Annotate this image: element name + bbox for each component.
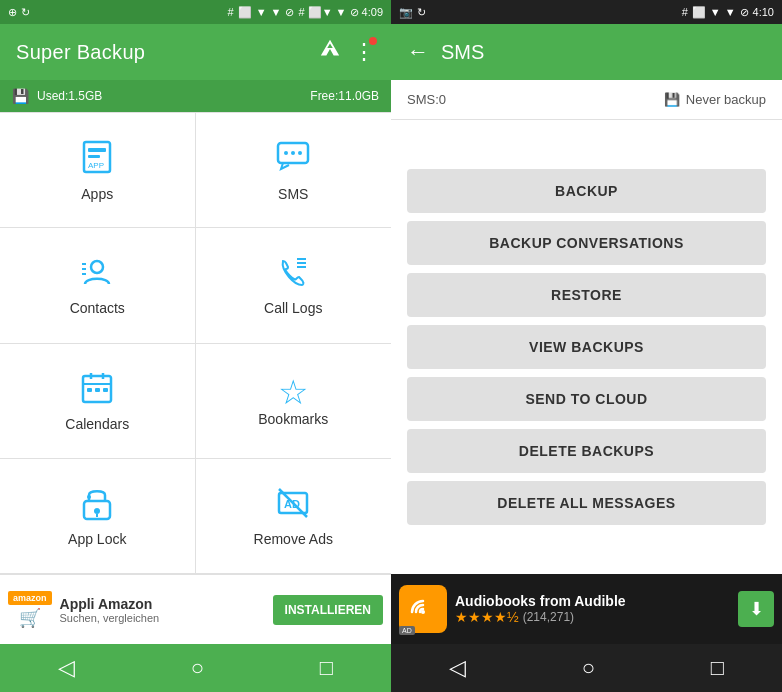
removeads-icon: AD [275, 485, 311, 525]
grid-item-apps[interactable]: APP Apps [0, 113, 196, 228]
app-grid: APP Apps SMS [0, 112, 391, 574]
ad-text-left: Appli Amazon Suchen, vergleichen [60, 596, 265, 624]
signal-icon-right: ⬜ [692, 6, 706, 19]
right-ad-banner: AD Audiobooks from Audible ★★★★½ (214,27… [391, 574, 782, 644]
grid-item-calllogs[interactable]: Call Logs [196, 228, 392, 343]
sms-header: ← SMS [391, 24, 782, 80]
sms-count: SMS:0 [407, 92, 446, 107]
menu-icon[interactable]: ⋮ [353, 39, 375, 65]
right-panel: 📷 ↻ # ⬜ ▼ ▼ ⊘ 4:10 ← SMS SMS:0 💾 Never b… [391, 0, 782, 692]
recent-button-left[interactable]: □ [320, 655, 333, 681]
svg-point-25 [87, 495, 91, 499]
svg-point-5 [284, 151, 288, 155]
svg-point-7 [298, 151, 302, 155]
android-icon: ⊕ [8, 6, 17, 19]
svg-rect-21 [103, 388, 108, 392]
calllogs-label: Call Logs [264, 300, 322, 316]
left-nav-bar: ◁ ○ □ [0, 644, 391, 692]
grid-item-sms[interactable]: SMS [196, 113, 392, 228]
right-time: 4:10 [753, 6, 774, 19]
backup-conversations-button[interactable]: BACKUP CONVERSATIONS [407, 221, 766, 265]
app-header: Super Backup ⋮ [0, 24, 391, 80]
right-nav-bar: ◁ ○ □ [391, 644, 782, 692]
grid-item-calendars[interactable]: Calendars [0, 344, 196, 459]
ad-subtitle-left: Suchen, vergleichen [60, 612, 265, 624]
svg-rect-19 [87, 388, 92, 392]
drive-icon[interactable] [319, 38, 341, 66]
svg-text:APP: APP [88, 161, 104, 170]
amazon-brand: amazon [8, 591, 52, 605]
notification-dot [369, 37, 377, 45]
hash-icon: # [228, 6, 234, 18]
sms-icon [275, 138, 311, 182]
contacts-icon [79, 254, 115, 294]
delete-backups-button[interactable]: DELETE BACKUPS [407, 429, 766, 473]
right-status-left: 📷 ↻ [399, 6, 426, 19]
grid-item-bookmarks[interactable]: ☆ Bookmarks [196, 344, 392, 459]
buttons-container: BACKUP BACKUP CONVERSATIONS RESTORE VIEW… [391, 120, 782, 574]
refresh-icon: ↻ [21, 6, 30, 19]
camera-icon: 📷 [399, 6, 413, 19]
view-backups-button[interactable]: VIEW BACKUPS [407, 325, 766, 369]
sms-info-bar: SMS:0 💾 Never backup [391, 80, 782, 120]
svg-point-23 [94, 508, 100, 514]
backup-button[interactable]: BACKUP [407, 169, 766, 213]
amazon-cart-icon: 🛒 [19, 607, 41, 629]
restore-button[interactable]: RESTORE [407, 273, 766, 317]
delete-all-messages-button[interactable]: DELETE ALL MESSAGES [407, 481, 766, 525]
ad-reviews: (214,271) [523, 610, 574, 624]
grid-item-removeads[interactable]: AD Remove Ads [196, 459, 392, 574]
svg-rect-1 [88, 148, 106, 152]
ad-stars: ★★★★½ [455, 609, 519, 625]
apps-icon: APP [78, 138, 116, 180]
left-time: # ⬜▼ ▼ ⊘ 4:09 [298, 6, 383, 19]
contacts-label: Contacts [70, 300, 125, 316]
back-button-right[interactable]: ◁ [449, 655, 466, 681]
left-status-icons: ⊕ ↻ [8, 6, 30, 19]
back-arrow[interactable]: ← [407, 39, 429, 65]
wifi-icon-right: ▼ [710, 6, 721, 19]
left-panel: ⊕ ↻ # ⬜ ▼ ▼ ⊘ # ⬜▼ ▼ ⊘ 4:09 Super Backup… [0, 0, 391, 692]
recent-button-right[interactable]: □ [711, 655, 724, 681]
ad-text-right: Audiobooks from Audible ★★★★½ (214,271) [455, 593, 730, 625]
calllogs-icon [275, 254, 311, 294]
applock-label: App Lock [68, 531, 126, 547]
left-status-right: # ⬜ ▼ ▼ ⊘ # ⬜▼ ▼ ⊘ 4:09 [228, 6, 383, 19]
bookmarks-icon: ☆ [278, 375, 308, 409]
home-button-right[interactable]: ○ [582, 655, 595, 681]
install-button[interactable]: INSTALLIEREN [273, 595, 383, 625]
block-icon-right: ⊘ [740, 6, 749, 19]
applock-icon [80, 485, 114, 525]
save-icon: 💾 [664, 92, 680, 107]
sync-icon: ↻ [417, 6, 426, 19]
storage-used: Used:1.5GB [37, 89, 102, 103]
sms-backup-label: Never backup [686, 92, 766, 107]
signal-icon: ⬜ [238, 6, 252, 19]
grid-item-applock[interactable]: App Lock [0, 459, 196, 574]
download-button[interactable]: ⬇ [738, 591, 774, 627]
amazon-logo: amazon 🛒 [8, 591, 52, 629]
ad-title-right: Audiobooks from Audible [455, 593, 730, 609]
bookmarks-label: Bookmarks [258, 411, 328, 427]
ad-label-right: AD [399, 626, 415, 635]
sms-label: SMS [278, 186, 308, 202]
calendars-label: Calendars [65, 416, 129, 432]
sms-title: SMS [441, 41, 484, 64]
app-title: Super Backup [16, 41, 145, 64]
home-button-left[interactable]: ○ [191, 655, 204, 681]
grid-item-contacts[interactable]: Contacts [0, 228, 196, 343]
storage-icon: 💾 [12, 88, 29, 104]
removeads-label: Remove Ads [254, 531, 333, 547]
apps-label: Apps [81, 186, 113, 202]
storage-bar: 💾 Used:1.5GB Free:11.0GB [0, 80, 391, 112]
back-button-left[interactable]: ◁ [58, 655, 75, 681]
svg-rect-20 [95, 388, 100, 392]
right-status-bar: 📷 ↻ # ⬜ ▼ ▼ ⊘ 4:10 [391, 0, 782, 24]
data-icon-right: ▼ [725, 6, 736, 19]
hash-icon-right: # [682, 6, 688, 19]
sms-backup-info: 💾 Never backup [664, 92, 766, 107]
svg-point-29 [421, 610, 425, 614]
svg-point-8 [91, 261, 103, 273]
send-to-cloud-button[interactable]: SEND TO CLOUD [407, 377, 766, 421]
wifi-icon: ▼ [256, 6, 267, 18]
